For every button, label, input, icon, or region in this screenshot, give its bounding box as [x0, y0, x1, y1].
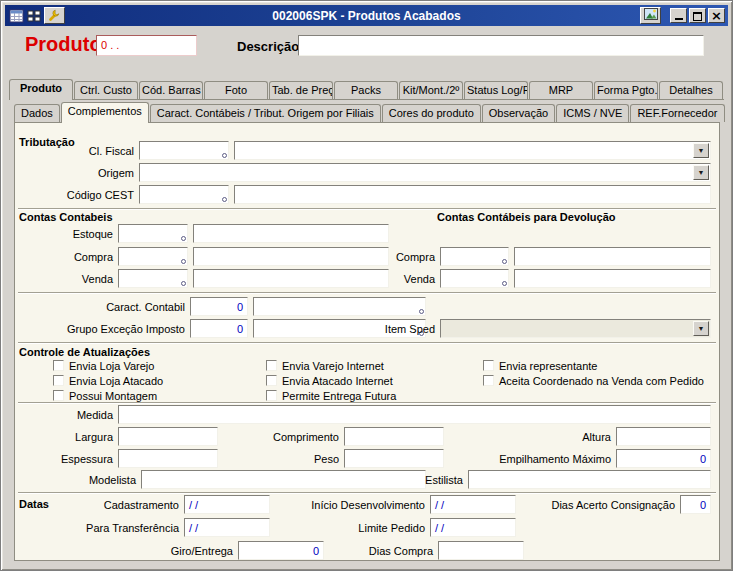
lookup-icon	[419, 309, 424, 314]
checkbox-label: Envia representante	[499, 360, 597, 372]
limite-pedido-input[interactable]: / /	[430, 518, 516, 537]
maximize-button[interactable]	[689, 8, 706, 23]
item-sped-select[interactable]: ▼	[440, 319, 711, 338]
dropdown-arrow-icon[interactable]: ▼	[693, 143, 709, 158]
grid-icon	[26, 8, 43, 24]
checkbox-aceita-coordenado[interactable]: Aceita Coordenado na Venda com Pedido	[483, 374, 704, 387]
description-input[interactable]	[298, 35, 704, 56]
tab-icms-nve[interactable]: ICMS / NVE	[556, 104, 629, 122]
medida-input[interactable]	[118, 405, 711, 424]
section-title-datas: Datas	[19, 498, 49, 510]
tab-caract-contabeis-tribut[interactable]: Caract. Contábeis / Tribut. Origem por F…	[150, 104, 381, 122]
dropdown-arrow-icon[interactable]: ▼	[693, 165, 709, 180]
tab-dados[interactable]: Dados	[14, 104, 60, 122]
cl-fiscal-select[interactable]: ▼	[234, 141, 711, 160]
checkbox-icon[interactable]	[266, 360, 277, 371]
venda-code-input[interactable]	[118, 269, 188, 288]
tab-complementos[interactable]: Complementos	[61, 102, 149, 123]
cadastramento-input[interactable]: / /	[184, 495, 270, 514]
dias-acerto-consignacao-input[interactable]: 0	[680, 495, 711, 514]
minimize-button[interactable]	[670, 8, 687, 23]
tab-packs[interactable]: Packs	[334, 81, 398, 99]
separator	[18, 342, 716, 344]
inicio-desenvolvimento-input[interactable]: / /	[430, 495, 516, 514]
dias-compra-label: Dias Compra	[313, 545, 433, 558]
para-transferencia-input[interactable]: / /	[184, 518, 270, 537]
checkbox-icon[interactable]	[53, 390, 64, 401]
section-title-controle: Controle de Atualizações	[19, 346, 150, 358]
comprimento-input[interactable]	[344, 427, 444, 446]
tab-ref-fornecedor[interactable]: REF.Fornecedor	[630, 104, 724, 122]
checkbox-label: Envia Loja Varejo	[69, 360, 154, 372]
empilhamento-maximo-input[interactable]: 0	[616, 449, 711, 468]
lookup-icon	[222, 197, 227, 202]
description-label: Descrição	[237, 39, 299, 54]
checkbox-icon[interactable]	[53, 375, 64, 386]
product-code-input[interactable]: 0 . .	[96, 35, 197, 56]
checkbox-label: Aceita Coordenado na Venda com Pedido	[499, 375, 704, 387]
checkbox-permite-entrega-futura[interactable]: Permite Entrega Futura	[266, 389, 396, 402]
checkbox-envia-atacado-internet[interactable]: Envia Atacado Internet	[266, 374, 393, 387]
checkbox-envia-varejo-internet[interactable]: Envia Varejo Internet	[266, 359, 384, 372]
largura-input[interactable]	[118, 427, 218, 446]
peso-input[interactable]	[344, 449, 444, 468]
giro-entrega-input[interactable]: 0	[238, 541, 324, 560]
venda-label: Venda	[23, 273, 113, 286]
snapshot-button[interactable]	[640, 7, 661, 24]
compra-code-input[interactable]	[118, 247, 188, 266]
devolucao-compra-code-input[interactable]	[440, 247, 509, 266]
checkbox-icon[interactable]	[53, 360, 64, 371]
cl-fiscal-code-input[interactable]	[139, 141, 229, 160]
devolucao-compra-desc-input[interactable]	[514, 247, 711, 266]
checkbox-label: Envia Loja Atacado	[69, 375, 163, 387]
checkbox-icon[interactable]	[266, 375, 277, 386]
codigo-cest-desc-input[interactable]	[234, 185, 711, 204]
tab-produto[interactable]: Produto	[9, 79, 73, 100]
caract-contabil-input[interactable]: 0	[190, 297, 248, 316]
tab-mrp[interactable]: MRP	[529, 81, 593, 99]
grupo-excecao-input[interactable]: 0	[190, 319, 248, 338]
estilista-input[interactable]	[468, 470, 711, 489]
origem-select[interactable]: ▼	[139, 163, 711, 182]
checkbox-icon[interactable]	[483, 375, 494, 386]
separator	[18, 492, 716, 494]
codigo-cest-code-input[interactable]	[139, 185, 229, 204]
caption-buttons: ×	[640, 7, 725, 24]
dropdown-arrow-icon[interactable]: ▼	[693, 321, 709, 336]
tab-detalhes[interactable]: Detalhes	[659, 81, 723, 99]
devolucao-venda-code-input[interactable]	[440, 269, 509, 288]
codigo-cest-label: Código CEST	[34, 189, 134, 202]
checkbox-icon[interactable]	[266, 390, 277, 401]
espessura-input[interactable]	[118, 449, 218, 468]
checkbox-envia-loja-atacado[interactable]: Envia Loja Atacado	[53, 374, 163, 387]
tab-status-log[interactable]: Status Log/F	[464, 81, 528, 99]
checkbox-envia-representante[interactable]: Envia representante	[483, 359, 597, 372]
tab-cod-barras[interactable]: Cód. Barras	[139, 81, 203, 99]
tab-ctrl-custo[interactable]: Ctrl. Custo	[74, 81, 138, 99]
altura-input[interactable]	[616, 427, 711, 446]
lookup-icon	[222, 153, 227, 158]
checkbox-possui-montagem[interactable]: Possui Montagem	[53, 389, 157, 402]
close-icon: ×	[711, 9, 722, 22]
largura-label: Largura	[23, 431, 113, 444]
caract-contabil-desc-input[interactable]	[253, 297, 426, 316]
tab-cores-do-produto[interactable]: Cores do produto	[382, 104, 481, 122]
checkbox-envia-loja-varejo[interactable]: Envia Loja Varejo	[53, 359, 154, 372]
grupo-excecao-label: Grupo Exceção Imposto	[35, 323, 185, 336]
title-bar: 002006SPK - Produtos Acabados ×	[5, 5, 728, 26]
dias-acerto-consignacao-label: Dias Acerto Consignação	[543, 499, 675, 512]
tab-tab-de-preco[interactable]: Tab. de Preç	[269, 81, 333, 99]
tools-button[interactable]	[44, 7, 65, 24]
close-button[interactable]: ×	[708, 8, 725, 23]
estoque-code-input[interactable]	[118, 224, 188, 243]
dias-compra-input[interactable]	[438, 541, 524, 560]
caract-contabil-label: Caract. Contabil	[35, 301, 185, 314]
estilista-label: Estilista	[363, 474, 463, 487]
tab-forma-pgto[interactable]: Forma Pgto.	[594, 81, 658, 99]
tab-foto[interactable]: Foto	[204, 81, 268, 99]
tab-kit-mont[interactable]: Kit/Mont./2º	[399, 81, 463, 99]
estoque-desc-input[interactable]	[193, 224, 389, 243]
devolucao-venda-desc-input[interactable]	[514, 269, 711, 288]
tab-observacao[interactable]: Observação	[482, 104, 555, 122]
checkbox-icon[interactable]	[483, 360, 494, 371]
